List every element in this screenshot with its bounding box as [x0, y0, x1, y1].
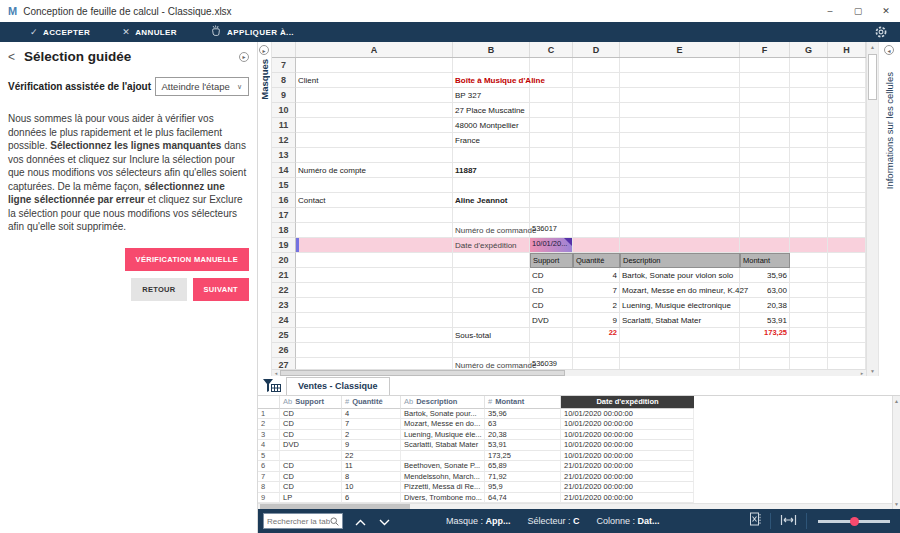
- sheet-cell-E9[interactable]: [620, 88, 740, 103]
- sheet-cell-H13[interactable]: [828, 148, 866, 163]
- sheet-cell-A27[interactable]: [296, 358, 453, 369]
- sheet-cell-F25[interactable]: 173,25: [740, 328, 790, 343]
- sheet-cell-A11[interactable]: [296, 118, 453, 133]
- table-cell[interactable]: CD: [280, 409, 342, 420]
- sheet-cell-G16[interactable]: [790, 193, 828, 208]
- sheet-cell-H18[interactable]: [828, 223, 866, 238]
- table-col-header-rownum[interactable]: [258, 396, 280, 409]
- sheet-cell-D13[interactable]: [573, 148, 620, 163]
- sheet-cell-A19[interactable]: [296, 238, 453, 253]
- sheet-cell-F18[interactable]: [740, 223, 790, 238]
- table-cell[interactable]: Divers, Trombone mo...: [401, 493, 485, 504]
- sheet-cell-A15[interactable]: [296, 178, 453, 193]
- sheet-cell-F13[interactable]: [740, 148, 790, 163]
- row-header-12[interactable]: 12: [272, 133, 296, 148]
- sheet-cell-B27[interactable]: Numéro de commande: [453, 358, 530, 369]
- sheet-cell-D27[interactable]: [573, 358, 620, 369]
- sheet-cell-B17[interactable]: [453, 208, 530, 223]
- export-excel-icon[interactable]: [745, 512, 761, 530]
- sheet-cell-H21[interactable]: [828, 268, 866, 283]
- table-cell[interactable]: 10/01/2020 00:00:00: [561, 419, 694, 430]
- sheet-cell-C17[interactable]: [530, 208, 573, 223]
- sheet-cell-D12[interactable]: [573, 133, 620, 148]
- sheet-cell-B13[interactable]: [453, 148, 530, 163]
- sheet-cell-H19[interactable]: [828, 238, 866, 253]
- sheet-cell-C10[interactable]: [530, 103, 573, 118]
- sheet-cell-E22[interactable]: Mozart, Messe en do mineur, K.427: [620, 283, 740, 298]
- sheet-cell-A24[interactable]: [296, 313, 453, 328]
- sheet-cell-F20[interactable]: Montant: [740, 253, 790, 268]
- sheet-cell-E15[interactable]: [620, 178, 740, 193]
- table-cell[interactable]: CD: [280, 472, 342, 483]
- table-cell[interactable]: 10/01/2020 00:00:00: [561, 430, 694, 441]
- sheet-cell-G15[interactable]: [790, 178, 828, 193]
- sheet-vertical-scrollbar[interactable]: ▲ ▼: [866, 42, 878, 376]
- sheet-cell-B21[interactable]: [453, 268, 530, 283]
- sheet-cell-C20[interactable]: Support: [530, 253, 573, 268]
- sheet-cell-D18[interactable]: [573, 223, 620, 238]
- table-cell[interactable]: 11: [342, 461, 401, 472]
- sheet-cell-F11[interactable]: [740, 118, 790, 133]
- scroll-down-icon[interactable]: ▼: [867, 366, 878, 376]
- sheet-cell-A20[interactable]: [296, 253, 453, 268]
- sheet-cell-E14[interactable]: [620, 163, 740, 178]
- table-cell[interactable]: [401, 451, 485, 462]
- sheet-cell-A23[interactable]: [296, 298, 453, 313]
- sheet-cell-A9[interactable]: [296, 88, 453, 103]
- accept-button[interactable]: ✓ ACCEPTER: [14, 22, 106, 42]
- sheet-cell-D26[interactable]: [573, 343, 620, 358]
- sheet-cell-H16[interactable]: [828, 193, 866, 208]
- sheet-cell-A26[interactable]: [296, 343, 453, 358]
- sheet-cell-D19[interactable]: [573, 238, 620, 253]
- table-cell[interactable]: 6: [342, 493, 401, 504]
- sheet-cell-C14[interactable]: [530, 163, 573, 178]
- row-header-21[interactable]: 21: [272, 268, 296, 283]
- sheet-cell-G9[interactable]: [790, 88, 828, 103]
- table-cell[interactable]: 2: [342, 430, 401, 441]
- sheet-cell-G25[interactable]: [790, 328, 828, 343]
- sheet-cell-C18[interactable]: 536017: [530, 223, 573, 238]
- table-cell[interactable]: Mozart, Messe en do...: [401, 419, 485, 430]
- sheet-cell-F9[interactable]: [740, 88, 790, 103]
- sheet-cell-E20[interactable]: Description: [620, 253, 740, 268]
- sheet-cell-D9[interactable]: [573, 88, 620, 103]
- sheet-cell-H23[interactable]: [828, 298, 866, 313]
- find-next-icon[interactable]: [379, 512, 390, 530]
- sheet-cell-H26[interactable]: [828, 343, 866, 358]
- table-cell[interactable]: 53,91: [485, 440, 561, 451]
- sheet-cell-C12[interactable]: [530, 133, 573, 148]
- sheet-cell-D16[interactable]: [573, 193, 620, 208]
- sheet-cell-E17[interactable]: [620, 208, 740, 223]
- sheet-cell-E27[interactable]: [620, 358, 740, 369]
- col-header-A[interactable]: A: [296, 42, 453, 57]
- table-search-box[interactable]: [263, 513, 343, 529]
- row-header-19[interactable]: 19: [272, 238, 296, 253]
- collapse-panel-icon[interactable]: ▸: [239, 52, 249, 62]
- sheet-cell-B18[interactable]: Numéro de commande: [453, 223, 530, 238]
- table-cell[interactable]: 10/01/2020 00:00:00: [561, 409, 694, 420]
- sheet-cell-B22[interactable]: [453, 283, 530, 298]
- search-input[interactable]: [267, 517, 330, 526]
- sheet-cell-G14[interactable]: [790, 163, 828, 178]
- goto-step-dropdown[interactable]: Atteindre l'étape ∨: [155, 77, 250, 96]
- table-cell[interactable]: [280, 451, 342, 462]
- sheet-vscroll-thumb[interactable]: [868, 54, 877, 100]
- sheet-cell-E26[interactable]: [620, 343, 740, 358]
- sheet-cell-F16[interactable]: [740, 193, 790, 208]
- table-cell[interactable]: 4: [342, 409, 401, 420]
- row-header-20[interactable]: 20: [272, 253, 296, 268]
- sheet-cell-B12[interactable]: France: [453, 133, 530, 148]
- table-cell[interactable]: 10/01/2020 00:00:00: [561, 440, 694, 451]
- col-header-F[interactable]: F: [740, 42, 790, 57]
- cancel-button[interactable]: ✕ ANNULER: [106, 22, 193, 42]
- sheet-horizontal-scrollbar[interactable]: ◂ ▸: [272, 369, 866, 376]
- sheet-cell-G8[interactable]: [790, 73, 828, 88]
- row-header-11[interactable]: 11: [272, 118, 296, 133]
- table-col-header-Quantité[interactable]: #Quantité: [342, 396, 401, 409]
- sheet-cell-D8[interactable]: [573, 73, 620, 88]
- sheet-cell-G7[interactable]: [790, 58, 828, 73]
- table-col-header-Support[interactable]: AbSupport: [280, 396, 342, 409]
- table-scroll-down-icon[interactable]: ▼: [893, 499, 900, 509]
- table-cell[interactable]: DVD: [280, 440, 342, 451]
- sheet-cell-B20[interactable]: [453, 253, 530, 268]
